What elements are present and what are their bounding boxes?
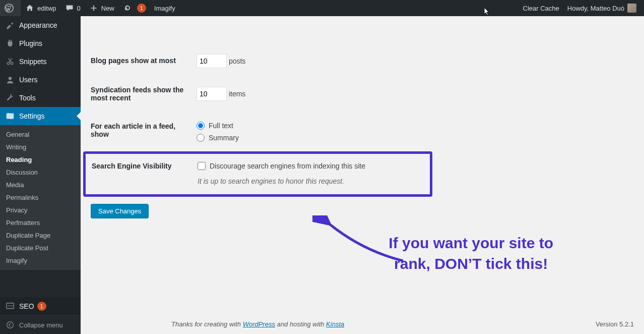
settings-page-content: Blog pages show at most posts Syndicatio… [81,16,644,334]
clear-cache-link[interactable]: Clear Cache [519,0,563,16]
sidebar-item-tools[interactable]: Tools [0,89,81,107]
plugins-icon [5,38,15,48]
updates-count-badge: 1 [137,4,146,13]
sidebar-item-snippets[interactable]: Snippets [0,52,81,71]
comment-icon [65,3,75,13]
sidebar-item-users[interactable]: Users [0,71,81,89]
settings-submenu: General Writing Reading Discussion Media… [0,125,81,270]
submenu-privacy[interactable]: Privacy [0,204,81,216]
submenu-media[interactable]: Media [0,179,81,191]
tools-icon [5,93,15,103]
seo-icon [5,301,15,311]
settings-icon [5,111,15,121]
sidebar-item-seo[interactable]: SEO 1 [0,297,81,315]
posts-suffix: posts [229,57,245,65]
submenu-duplicate-post[interactable]: Duplicate Post [0,242,81,254]
sidebar-item-settings[interactable]: Settings [0,107,81,125]
submenu-permalinks[interactable]: Permalinks [0,191,81,204]
svg-point-8 [7,322,14,328]
items-suffix: items [229,90,245,98]
feed-full-radio[interactable] [197,122,205,130]
sidebar-item-appearance[interactable]: Appearance [0,16,81,34]
svg-point-6 [10,305,11,306]
version-text: Version 5.2.1 [596,320,634,328]
site-name: editwp [37,5,56,12]
admin-sidebar: Appearance Plugins Snippets Users Tools … [0,16,81,334]
snippets-icon [5,57,15,67]
syndication-label: Syndication feeds show the most recent [91,76,191,112]
collapse-menu-button[interactable]: Collapse menu [0,315,81,334]
sev-checkbox[interactable] [198,162,206,170]
users-icon [5,75,15,85]
site-name-link[interactable]: editwp [21,0,60,16]
seo-count-badge: 1 [37,302,46,311]
new-label: New [101,5,114,12]
blog-pages-input[interactable] [197,54,227,68]
wordpress-icon [4,3,14,13]
syndication-input[interactable] [197,87,227,101]
sev-checkbox-option[interactable]: Discourage search engines from indexing … [198,160,419,172]
appearance-icon [5,20,15,30]
submenu-discussion[interactable]: Discussion [0,166,81,179]
submenu-general[interactable]: General [0,128,81,141]
save-changes-button[interactable]: Save Changes [91,204,149,218]
howdy-text: Howdy, Matteo Duò [567,5,624,12]
svg-point-3 [9,77,12,80]
home-icon [25,3,35,13]
kinsta-link[interactable]: Kinsta [326,320,344,328]
comments-link[interactable]: 0 [60,0,85,16]
imagify-link[interactable]: Imagify [150,0,179,16]
settings-form-table: Blog pages show at most posts Syndicatio… [91,46,634,151]
imagify-label: Imagify [154,5,175,12]
updates-link[interactable]: 1 [118,0,150,16]
submenu-imagify[interactable]: Imagify [0,254,81,267]
feed-full-option[interactable]: Full text [197,120,629,132]
collapse-icon [5,320,15,330]
admin-toolbar: editwp 0 New 1 Imagify Clear Cache [0,0,644,16]
search-engine-visibility-highlight: Search Engine Visibility Discourage sear… [83,151,432,197]
blog-pages-label: Blog pages show at most [91,46,191,76]
comments-count: 0 [77,5,81,12]
admin-footer: Thanks for creating with WordPress and h… [171,315,634,334]
submenu-reading[interactable]: Reading [0,153,81,166]
svg-point-7 [12,305,13,306]
feed-summary-radio[interactable] [197,134,205,142]
plus-icon [89,3,99,13]
sev-description: It is up to search engines to honor this… [198,177,419,185]
annotation-text: If you want your site to rank, DON’T tic… [389,233,553,274]
svg-point-5 [8,305,9,306]
feed-show-label: For each article in a feed, show [91,112,191,151]
sidebar-item-plugins[interactable]: Plugins [0,34,81,52]
submenu-perfmatters[interactable]: Perfmatters [0,216,81,229]
submenu-duplicate-page[interactable]: Duplicate Page [0,229,81,242]
updates-icon [122,3,133,13]
new-content-link[interactable]: New [85,0,118,16]
sev-label: Search Engine Visibility [92,159,192,186]
avatar [627,4,636,13]
wp-logo-menu[interactable] [0,0,21,16]
my-account-link[interactable]: Howdy, Matteo Duò [563,0,640,16]
submenu-writing[interactable]: Writing [0,141,81,153]
wordpress-link[interactable]: WordPress [243,320,275,328]
feed-summary-option[interactable]: Summary [197,132,629,144]
